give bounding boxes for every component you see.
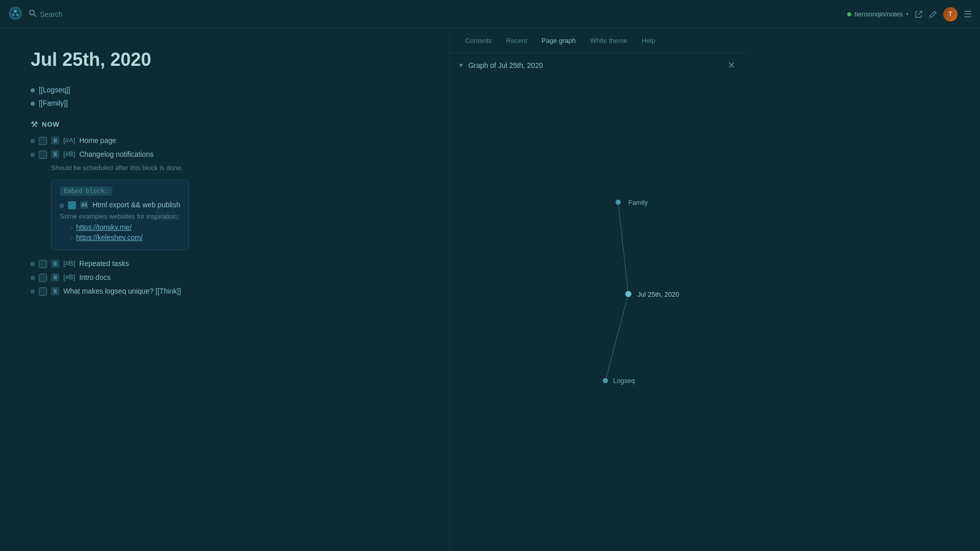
tab-contents[interactable]: Contents: [458, 30, 499, 52]
bullet-dot: [31, 88, 35, 92]
task-item: N What makes logseq unique? [[Think]]: [31, 287, 419, 296]
list-item: https://tonsky.me/: [70, 223, 180, 231]
tag-badge: [#B]: [63, 273, 75, 281]
svg-point-3: [12, 14, 15, 16]
graph-title: Graph of Jul 25th, 2020: [468, 61, 543, 69]
graph-header: ▼ Graph of Jul 25th, 2020 ✕: [450, 53, 746, 78]
search-area[interactable]: Search: [29, 9, 62, 19]
chevron-down-icon: ▾: [906, 11, 909, 17]
watermark: ⚙⚙⚙⚙www.bkv.net: [149, 209, 180, 222]
edge-jul25-logseq: [605, 294, 628, 380]
topbar-right: tiensonqin/notes ▾ T ☰: [847, 7, 972, 21]
task-text: Intro docs: [79, 273, 110, 281]
tab-white-theme[interactable]: White theme: [583, 30, 634, 52]
family-link[interactable]: [[Family]]: [39, 99, 68, 107]
priority-badge: N: [51, 273, 59, 281]
task-bullet: [31, 290, 35, 294]
task-item: N [#B] Repeated tasks: [31, 259, 419, 268]
task-item: N [#B] Changelog notifications Should be…: [31, 150, 419, 254]
task-item: N [#A] Home page: [31, 136, 419, 145]
task-bullet: [31, 153, 35, 157]
graph-title-area: ▼ Graph of Jul 25th, 2020: [458, 61, 543, 69]
tab-help[interactable]: Help: [634, 30, 662, 52]
task-text: Home page: [79, 136, 116, 145]
task-bullet: [31, 276, 35, 280]
graph-collapse-arrow[interactable]: ▼: [458, 62, 464, 69]
online-dot: [847, 12, 851, 16]
close-button[interactable]: ✕: [725, 59, 737, 71]
tag-badge: [#B]: [63, 259, 75, 267]
search-icon: [29, 9, 37, 19]
tag-badge: [#A]: [63, 136, 75, 144]
right-panel: Contents Recent Page graph White theme H…: [449, 29, 746, 551]
tab-recent[interactable]: Recent: [499, 30, 534, 52]
bullet-dot: [31, 102, 35, 106]
node-family-label: Family: [628, 199, 648, 206]
tag-badge: [#B]: [63, 150, 75, 158]
task-subtext: Should be scheduled after this block is …: [31, 164, 183, 172]
link-tonsky[interactable]: https://tonsky.me/: [76, 223, 132, 231]
embed-task-text: Html export && web publish: [92, 201, 180, 209]
think-link[interactable]: [[Think]]: [156, 287, 181, 295]
task-checkbox[interactable]: [39, 151, 47, 159]
list-item: [[Logseq]]: [31, 86, 419, 94]
task-checkbox[interactable]: [39, 137, 47, 145]
topbar-left: Search: [8, 6, 62, 22]
embed-links-list: https://tonsky.me/ https://keleshev.com/: [60, 223, 180, 242]
svg-point-4: [16, 14, 19, 16]
task-text: Repeated tasks: [79, 259, 129, 268]
embed-checkbox[interactable]: [68, 201, 76, 209]
logseq-link[interactable]: [[Logseq]]: [39, 86, 70, 94]
avatar[interactable]: T: [943, 7, 958, 21]
search-label: Search: [40, 10, 62, 18]
task-checkbox[interactable]: [39, 274, 47, 282]
section-header: ⚒ NOW: [31, 119, 419, 129]
graph-svg: Family Jul 25th, 2020 Logseq: [450, 78, 746, 551]
user-label: tiensonqin/notes: [854, 10, 903, 18]
priority-badge: N: [51, 150, 59, 158]
node-jul25[interactable]: [625, 291, 631, 297]
svg-line-6: [34, 14, 36, 16]
embed-task-item: #A Html export && web publish: [60, 201, 180, 209]
embed-block: Embed block: #A Html export && web publi…: [51, 180, 189, 250]
task-bullet: [60, 204, 64, 208]
task-text: Changelog notifications: [79, 150, 154, 158]
edge-family-jul25: [618, 202, 628, 294]
svg-point-2: [14, 10, 17, 13]
topbar: Search tiensonqin/notes ▾ T ☰: [0, 0, 980, 29]
pencil-icon[interactable]: [929, 10, 937, 18]
page-links-list: [[Logseq]] [[Family]]: [31, 86, 419, 107]
svg-line-7: [918, 11, 922, 15]
list-item: [[Family]]: [31, 99, 419, 107]
node-logseq-label: Logseq: [613, 377, 635, 385]
external-link-icon[interactable]: [915, 10, 923, 18]
page-title: Jul 25th, 2020: [31, 49, 419, 70]
node-jul25-label: Jul 25th, 2020: [637, 290, 679, 298]
task-bullet: [31, 262, 35, 266]
graph-canvas: Family Jul 25th, 2020 Logseq: [450, 78, 746, 551]
node-family[interactable]: [615, 200, 620, 205]
embed-priority: #A: [80, 201, 88, 209]
list-item: https://keleshev.com/: [70, 233, 180, 242]
hammer-icon: ⚒: [31, 119, 38, 129]
hamburger-icon[interactable]: ☰: [964, 9, 972, 20]
embed-label: Embed block:: [60, 186, 112, 196]
user-indicator[interactable]: tiensonqin/notes ▾: [847, 10, 909, 18]
priority-badge: N: [51, 287, 59, 295]
task-item: N [#B] Intro docs: [31, 273, 419, 282]
right-panel-tabs: Contents Recent Page graph White theme H…: [450, 29, 746, 53]
link-keleshev[interactable]: https://keleshev.com/: [76, 233, 142, 242]
tab-page-graph[interactable]: Page graph: [534, 30, 583, 52]
logo-icon[interactable]: [8, 6, 22, 22]
main-layout: Jul 25th, 2020 [[Logseq]] [[Family]] ⚒ N…: [0, 29, 980, 551]
task-list: N [#A] Home page N [#B] Changelog notifi…: [31, 136, 419, 296]
section-title: NOW: [42, 121, 60, 128]
task-bullet: [31, 139, 35, 143]
node-logseq[interactable]: [603, 378, 608, 383]
task-checkbox[interactable]: [39, 260, 47, 268]
priority-badge: N: [51, 259, 59, 268]
task-checkbox[interactable]: [39, 288, 47, 296]
content-area: Jul 25th, 2020 [[Logseq]] [[Family]] ⚒ N…: [0, 29, 449, 551]
priority-badge: N: [51, 136, 59, 145]
task-text: What makes logseq unique? [[Think]]: [63, 287, 181, 295]
